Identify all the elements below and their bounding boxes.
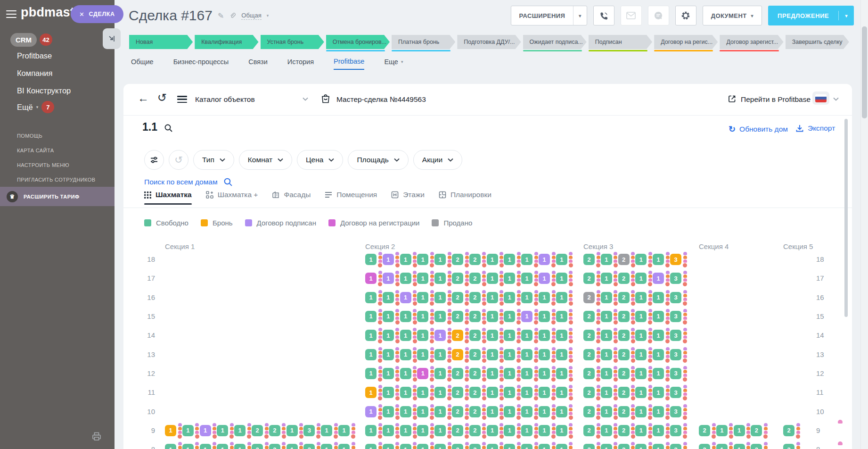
unit-cell[interactable]: 1	[434, 406, 446, 417]
unit-cell[interactable]: 1	[635, 444, 647, 449]
stage-9[interactable]: Договор на регис...	[654, 35, 718, 51]
unit-cell[interactable]: 1	[434, 311, 446, 322]
unit-cell[interactable]: 1	[521, 425, 532, 436]
filter-pill-2[interactable]: Комнат	[239, 150, 292, 170]
unit-cell[interactable]: 2	[452, 349, 463, 360]
unit-cell[interactable]: 1	[504, 387, 515, 398]
unit-cell[interactable]: 2	[583, 330, 595, 341]
document-button[interactable]: ДОКУМЕНТ ▾	[703, 6, 762, 25]
unit-cell[interactable]: 1	[539, 368, 550, 379]
printer-icon[interactable]	[91, 431, 102, 441]
unit-cell[interactable]: 1	[487, 387, 498, 398]
unit-cell[interactable]: 1	[383, 368, 394, 379]
catalog-menu-icon[interactable]	[177, 96, 187, 103]
unit-cell[interactable]: 1	[635, 254, 647, 265]
unit-cell[interactable]: 1	[539, 387, 550, 398]
unit-cell[interactable]: 1	[539, 444, 550, 449]
link-icon[interactable]	[229, 12, 236, 19]
unit-cell[interactable]: 1	[417, 349, 428, 360]
unit-cell[interactable]: 1	[539, 254, 550, 265]
unit-cell[interactable]: 1	[234, 425, 246, 436]
unit-cell[interactable]: 1	[521, 254, 532, 265]
unit-cell[interactable]: 1	[417, 368, 428, 379]
unit-cell[interactable]: 1	[504, 311, 515, 322]
unit-cell[interactable]: 3	[670, 368, 681, 379]
sidebar-item-upgrade-tariff[interactable]: ♛ РАСШИРИТЬ ТАРИФ	[0, 187, 115, 206]
unit-cell[interactable]: 3	[670, 387, 681, 398]
sidebar-item-crm[interactable]: CRM	[10, 33, 37, 47]
unit-cell[interactable]: 3	[670, 444, 681, 449]
filter-pill-3[interactable]: Цена	[297, 150, 343, 170]
unit-cell[interactable]: 1	[400, 349, 411, 360]
unit-cell[interactable]: 1	[434, 425, 446, 436]
unit-cell[interactable]: 1	[504, 330, 515, 341]
unit-cell[interactable]: 1	[400, 406, 411, 417]
unit-cell[interactable]: 1	[653, 311, 664, 322]
unit-cell[interactable]: 1	[504, 406, 515, 417]
pipeline-selector[interactable]: Общая	[241, 12, 262, 20]
stage-8[interactable]: Подписан	[589, 35, 652, 51]
page-scrollbar-thumb[interactable]	[862, 26, 867, 118]
unit-cell[interactable]: 1	[287, 444, 298, 449]
unit-cell[interactable]: 2	[252, 425, 263, 436]
unit-cell[interactable]: 3	[670, 273, 681, 284]
tab-связи[interactable]: Связи	[248, 58, 268, 70]
unit-cell[interactable]: 1	[556, 406, 567, 417]
tab-еще[interactable]: Еще▾	[384, 58, 403, 70]
unit-cell[interactable]: 1	[539, 330, 550, 341]
unit-cell[interactable]: 1	[383, 444, 394, 449]
unit-cell[interactable]: 1	[635, 349, 647, 360]
unit-cell[interactable]: 1	[521, 311, 532, 322]
proposal-button[interactable]: ПРЕДЛОЖЕНИЕ ▾	[768, 6, 854, 25]
unit-cell[interactable]: 2	[452, 330, 463, 341]
unit-cell[interactable]: 1	[487, 311, 498, 322]
unit-cell[interactable]: 1	[556, 425, 567, 436]
unit-cell[interactable]: 1	[653, 330, 664, 341]
unit-cell[interactable]: 1	[365, 254, 377, 265]
unit-cell[interactable]: 1	[635, 406, 647, 417]
extensions-dropdown-caret[interactable]: ▾	[573, 6, 586, 25]
unit-cell[interactable]: 1	[556, 311, 567, 322]
unit-cell[interactable]: 2	[618, 292, 630, 303]
stage-6[interactable]: Подготовка ДДУ/...	[457, 35, 521, 51]
unit-cell[interactable]: 1	[217, 444, 228, 449]
unit-cell[interactable]: 1	[539, 406, 550, 417]
sidebar-footer-item-1[interactable]: ПОМОЩЬ	[17, 128, 96, 143]
unit-cell[interactable]: 2	[583, 254, 595, 265]
unit-cell[interactable]: 1	[365, 425, 377, 436]
unit-cell[interactable]: 2	[618, 425, 630, 436]
unit-cell[interactable]: 1	[601, 273, 612, 284]
goto-profitbase-link[interactable]: Перейти в Profitbase	[741, 95, 811, 104]
unit-cell[interactable]: 3	[670, 406, 681, 417]
unit-cell[interactable]: 1	[734, 444, 745, 449]
unit-cell[interactable]: 2	[618, 368, 630, 379]
unit-cell[interactable]: 1	[556, 292, 567, 303]
unit-cell[interactable]: 2	[583, 368, 595, 379]
unit-cell[interactable]: 1	[365, 368, 377, 379]
unit-cell[interactable]: 1	[635, 311, 647, 322]
stage-5[interactable]: Платная бронь	[392, 35, 455, 51]
unit-cell[interactable]: 1	[417, 311, 428, 322]
sidebar-item-1[interactable]: Profitbase	[17, 47, 71, 65]
back-arrow-icon[interactable]: ←	[138, 92, 149, 104]
unit-cell[interactable]: 2	[618, 273, 630, 284]
unit-cell[interactable]: 1	[504, 368, 515, 379]
unit-cell[interactable]: 1	[200, 444, 211, 449]
unit-cell[interactable]: 1	[400, 292, 411, 303]
unit-cell[interactable]: 3	[303, 425, 315, 436]
stage-1[interactable]: Новая	[129, 35, 193, 51]
unit-cell[interactable]: 1	[487, 349, 498, 360]
unit-cell[interactable]: 1	[487, 425, 498, 436]
unit-cell[interactable]: 1	[601, 406, 612, 417]
unit-cell[interactable]: 1	[521, 349, 532, 360]
unit-cell[interactable]: 1	[653, 349, 664, 360]
chat-button[interactable]	[648, 6, 669, 25]
unit-cell[interactable]: 1	[504, 273, 515, 284]
unit-cell[interactable]: 1	[383, 254, 394, 265]
unit-cell[interactable]: 2	[469, 273, 481, 284]
unit-cell[interactable]: 2	[452, 292, 463, 303]
mail-button[interactable]	[621, 6, 642, 25]
view-tab-6[interactable]: Планировки	[439, 191, 491, 204]
unit-cell[interactable]: 2	[583, 349, 595, 360]
unit-cell[interactable]: 1	[383, 330, 394, 341]
